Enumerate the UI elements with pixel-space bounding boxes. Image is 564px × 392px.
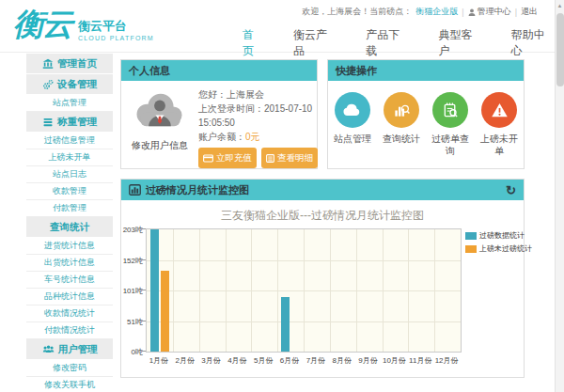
- sidebar-item-付款管理[interactable]: 付款管理: [26, 200, 113, 217]
- y-axis-label: 152吨: [121, 256, 143, 266]
- legend-item-上磅未过磅统计[interactable]: 上磅未过磅统计: [465, 243, 532, 254]
- scrollbar-thumb[interactable]: [556, 13, 564, 86]
- x-axis-label: 7月份: [303, 355, 329, 366]
- avatar-block: 修改用户信息: [127, 88, 193, 152]
- sidebar-section-查询统计[interactable]: 查询统计: [26, 217, 113, 237]
- sidebar-item-收款情况统计[interactable]: 收款情况统计: [26, 306, 113, 322]
- edit-user-info-link[interactable]: 修改用户信息: [127, 139, 193, 152]
- gridline-v: [434, 229, 435, 352]
- quick-action-label: 过磅单查询: [426, 133, 475, 157]
- bar-过磅数据统计-6月份: [281, 297, 290, 352]
- sidebar-section-管理首页[interactable]: 管理首页: [26, 54, 113, 73]
- list-detail-icon: [266, 154, 274, 163]
- y-axis-tick: [142, 351, 146, 352]
- sidebar-label: 过磅信息管理: [44, 134, 95, 147]
- chart-search-icon: [384, 92, 419, 128]
- bank-icon: [42, 58, 54, 70]
- sidebar-label: 品种统计信息: [44, 290, 95, 303]
- legend-label: 上磅未过磅统计: [479, 243, 532, 254]
- page-scrollbar[interactable]: ▲: [555, 0, 564, 392]
- sidebar-label: 站点日志: [53, 168, 86, 180]
- view-detail-button[interactable]: 查看明细: [261, 148, 318, 168]
- balance-text: 账户余额：0元: [198, 130, 313, 144]
- legend-item-过磅数据统计[interactable]: 过磅数据统计: [465, 230, 532, 241]
- quick-action-label: 站点管理: [328, 133, 377, 146]
- sidebar-label: 修改关联手机: [44, 379, 95, 391]
- sidebar-item-品种统计信息[interactable]: 品种统计信息: [26, 289, 113, 306]
- chart-body: 三友衡猫企业版---过磅情况月统计监控图 过磅数据统计上磅未过磅统计 0吨51吨…: [121, 200, 524, 377]
- sidebar-section-用户管理[interactable]: 用户管理: [26, 339, 113, 359]
- quick-panel-title: 快捷操作: [336, 64, 377, 78]
- gridline-v: [356, 229, 357, 352]
- bar-上磅未过磅统计-1月份: [161, 271, 169, 352]
- x-axis-label: 4月份: [224, 355, 250, 366]
- sidebar-label: 车号统计信息: [44, 274, 95, 286]
- sidebar-item-车号统计信息[interactable]: 车号统计信息: [26, 272, 113, 289]
- quick-action-label: 查询统计: [377, 133, 426, 146]
- sidebar-item-付款情况统计[interactable]: 付款情况统计: [26, 322, 113, 339]
- sidebar-label: 出货统计信息: [44, 257, 95, 269]
- brand-logo[interactable]: 衡云 衡云平台 CLOUD PLATFORM: [13, 4, 154, 46]
- chart-legend: 过磅数据统计上磅未过磅统计: [465, 230, 532, 257]
- x-axis-label: 11月份: [407, 355, 433, 366]
- user-avatar: [133, 88, 187, 132]
- y-axis-label: 203吨: [121, 225, 143, 235]
- sidebar-item-过磅信息管理[interactable]: 过磅信息管理: [26, 133, 113, 149]
- sidebar-item-出货统计信息[interactable]: 出货统计信息: [26, 255, 113, 272]
- profile-buttons: 立即充值 查看明细: [198, 148, 313, 168]
- sidebar-item-收款管理[interactable]: 收款管理: [26, 183, 113, 200]
- quick-action-上磅未开单[interactable]: 上磅未开单: [475, 92, 524, 157]
- legend-swatch: [465, 232, 477, 240]
- sidebar-section-称重管理[interactable]: 称重管理: [26, 112, 113, 132]
- card-icon: [203, 154, 213, 163]
- quick-action-查询统计[interactable]: 查询统计: [377, 92, 426, 157]
- y-axis-label: 101吨: [121, 286, 143, 296]
- welcome-text: 欢迎，上海展会！当前磅点：: [302, 6, 412, 18]
- logo-text: 衡云: [13, 4, 71, 46]
- sidebar-item-站点管理[interactable]: 站点管理: [26, 95, 113, 112]
- logout-link[interactable]: 退出: [521, 6, 538, 18]
- recharge-button[interactable]: 立即充值: [198, 148, 257, 168]
- admin-center-label: 管理中心: [478, 6, 511, 18]
- profile-panel: 个人信息 修改用户信息 您好：上海展会 上次登录时间：2015-07-10 1: [120, 59, 318, 169]
- sidebar-item-修改密码[interactable]: 修改密码: [26, 360, 113, 377]
- gridline-v: [304, 229, 305, 352]
- refresh-icon[interactable]: ↻: [506, 183, 516, 197]
- sidebar-section-设备管理[interactable]: 设备管理: [26, 74, 113, 94]
- x-axis-label: 1月份: [146, 355, 172, 366]
- sidebar-item-站点日志[interactable]: 站点日志: [26, 166, 113, 183]
- x-axis-label: 12月份: [433, 355, 460, 366]
- sidebar-label: 设备管理: [57, 78, 97, 91]
- y-axis-label: 51吨: [121, 317, 143, 327]
- gridline-v: [277, 229, 278, 352]
- sidebar-label: 进货统计信息: [44, 240, 95, 252]
- sidebar-label: 收款管理: [53, 185, 86, 197]
- sidebar-item-上磅未开单[interactable]: 上磅未开单: [26, 149, 113, 166]
- logo-title-en: CLOUD PLATFORM: [78, 35, 154, 41]
- app-root: 衡云 衡云平台 CLOUD PLATFORM 欢迎，上海展会！当前磅点： 衡猫企…: [0, 0, 564, 392]
- legend-swatch: [465, 245, 477, 253]
- quick-action-过磅单查询[interactable]: 过磅单查询: [426, 92, 475, 157]
- scrollbar-up-arrow[interactable]: ▲: [556, 0, 564, 11]
- profile-panel-title: 个人信息: [129, 64, 170, 78]
- sidebar-label: 用户管理: [58, 343, 98, 356]
- sidebar-label: 管理首页: [57, 57, 97, 71]
- legend-label: 过磅数据统计: [479, 230, 525, 241]
- chart-panel-header: 过磅情况月统计监控图 ↻: [121, 180, 524, 200]
- gear-icon: [42, 79, 54, 90]
- quick-actions-panel: 快捷操作 站点管理查询统计过磅单查询上磅未开单: [327, 59, 525, 169]
- x-axis-label: 3月份: [198, 355, 225, 366]
- quick-action-站点管理[interactable]: 站点管理: [328, 92, 377, 157]
- y-axis-tick: [142, 290, 146, 290]
- account-link[interactable]: 衡猫企业版: [415, 6, 458, 18]
- y-axis-label: 0吨: [121, 347, 143, 357]
- sidebar-item-进货统计信息[interactable]: 进货统计信息: [26, 238, 113, 255]
- topbar: 欢迎，上海展会！当前磅点： 衡猫企业版 | 管理中心 | 退出: [302, 6, 538, 18]
- sidebar-label: 站点管理: [53, 97, 86, 109]
- bar-过磅数据统计-1月份: [150, 229, 159, 352]
- sidebar-item-修改关联手机[interactable]: 修改关联手机: [26, 377, 113, 392]
- admin-center-link[interactable]: 管理中心: [468, 6, 511, 18]
- bar-chart-icon: [129, 184, 141, 196]
- separator: |: [515, 8, 517, 17]
- gridline-v: [383, 229, 384, 352]
